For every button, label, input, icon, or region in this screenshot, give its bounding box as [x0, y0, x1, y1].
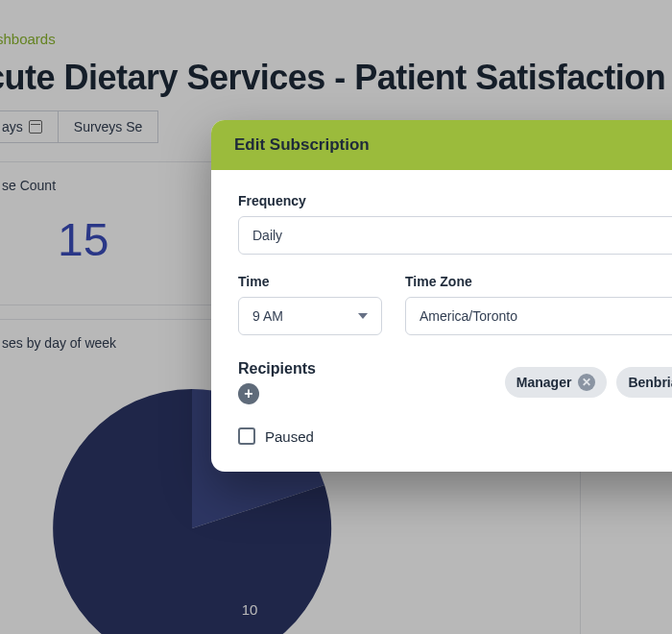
close-icon: ✕	[582, 376, 591, 389]
paused-label: Paused	[265, 428, 314, 445]
time-label: Time	[238, 274, 382, 289]
frequency-value: Daily	[252, 228, 282, 243]
edit-subscription-modal: Edit Subscription Frequency Daily Time 9…	[211, 120, 672, 472]
paused-row: Paused	[238, 427, 672, 445]
modal-body: Frequency Daily Time 9 AM Time Zone Amer…	[211, 170, 672, 472]
frequency-select[interactable]: Daily	[238, 216, 672, 255]
timezone-select[interactable]: America/Toronto	[405, 297, 672, 335]
paused-checkbox[interactable]	[238, 427, 255, 445]
modal-title: Edit Subscription	[211, 120, 672, 170]
time-select[interactable]: 9 AM	[238, 297, 382, 335]
recipient-chip-benbria[interactable]: Benbria A	[616, 367, 672, 398]
add-recipient-button[interactable]: +	[238, 383, 259, 404]
chevron-down-icon	[358, 313, 368, 319]
recipient-chip-manager[interactable]: Manager ✕	[505, 367, 608, 398]
time-value: 9 AM	[252, 308, 283, 324]
recipients-label: Recipients	[238, 360, 316, 378]
recipient-chips: Manager ✕ Benbria A	[505, 367, 672, 398]
plus-icon: +	[244, 386, 252, 402]
timezone-value: America/Toronto	[420, 308, 517, 324]
recipients-row: Recipients + Manager ✕ Benbria A	[238, 360, 672, 404]
recipient-chip-label: Benbria A	[628, 375, 672, 390]
timezone-label: Time Zone	[405, 274, 672, 289]
remove-recipient-button[interactable]: ✕	[578, 374, 595, 391]
recipient-chip-label: Manager	[516, 375, 572, 390]
frequency-label: Frequency	[238, 193, 672, 208]
